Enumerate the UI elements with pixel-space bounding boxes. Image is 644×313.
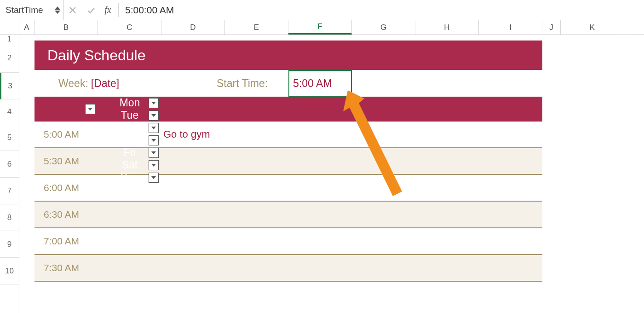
confirm-formula-button[interactable]: [82, 6, 100, 15]
formula-bar-value[interactable]: 5:00:00 AM: [119, 5, 174, 16]
row-header-3[interactable]: 3: [0, 73, 19, 99]
schedule-cell[interactable]: [479, 202, 542, 227]
schedule-cell[interactable]: [225, 122, 288, 147]
schedule-cell[interactable]: [352, 122, 415, 147]
name-box[interactable]: StartTime: [0, 0, 63, 20]
schedule-cell[interactable]: [415, 228, 479, 254]
row-header-7[interactable]: 7: [0, 178, 19, 204]
schedule-cell[interactable]: [288, 255, 352, 281]
column-header-e[interactable]: E: [225, 20, 288, 35]
name-box-value: StartTime: [6, 5, 43, 15]
schedule-cell[interactable]: Go to gym: [161, 122, 225, 147]
schedule-cell[interactable]: [479, 122, 542, 147]
schedule-cell[interactable]: [225, 202, 288, 227]
schedule-cell[interactable]: [352, 148, 415, 174]
column-header-k[interactable]: K: [561, 20, 624, 35]
schedule-title: Daily Schedule: [34, 41, 542, 70]
schedule-cell[interactable]: [161, 175, 225, 201]
row-header-10[interactable]: 10: [0, 258, 19, 284]
schedule-cell[interactable]: [225, 148, 288, 174]
filter-button-sun[interactable]: [149, 173, 159, 183]
column-header-row: ABCDEFGHIJKL: [0, 20, 644, 35]
timeslot-label: 6:30 AM: [34, 202, 98, 227]
filter-button-tue[interactable]: [149, 110, 159, 121]
column-header-i[interactable]: I: [479, 20, 542, 35]
schedule-cell[interactable]: [161, 202, 225, 227]
day-header-label: Mon: [120, 97, 140, 109]
week-label: Week:: [58, 77, 88, 90]
week-value[interactable]: [Date]: [88, 77, 119, 90]
row-header-5[interactable]: 5: [0, 124, 19, 151]
column-header-l[interactable]: L: [624, 20, 644, 35]
schedule-cell[interactable]: [288, 148, 352, 174]
schedule-cell[interactable]: [288, 228, 352, 254]
chevron-up-icon[interactable]: [55, 6, 60, 10]
select-all-corner[interactable]: [0, 20, 19, 35]
schedule-cell[interactable]: [415, 202, 479, 227]
schedule-cell[interactable]: [352, 202, 415, 227]
schedule-cell[interactable]: [479, 175, 542, 201]
schedule-cell[interactable]: [415, 175, 479, 201]
schedule-cell[interactable]: [479, 255, 542, 281]
chevron-down-icon: [151, 102, 156, 104]
day-header-sun: Sun: [98, 171, 161, 184]
schedule-cell[interactable]: [161, 255, 225, 281]
schedule-cell[interactable]: [161, 228, 225, 254]
column-header-b[interactable]: B: [34, 20, 98, 35]
schedule-cell[interactable]: [352, 228, 415, 254]
column-header-j[interactable]: J: [542, 20, 561, 35]
schedule-cell[interactable]: [288, 122, 352, 147]
row-header-2[interactable]: 2: [0, 43, 19, 73]
schedule-cell[interactable]: [288, 202, 352, 227]
column-header-c[interactable]: C: [98, 20, 161, 35]
timeslot-label: 5:00 AM: [34, 122, 98, 147]
spreadsheet-grid: 12345678910 Daily Schedule Week: [Date] …: [0, 35, 644, 313]
schedule-cell[interactable]: [225, 228, 288, 254]
schedule-cell[interactable]: [479, 148, 542, 174]
schedule-cell[interactable]: [352, 255, 415, 281]
close-icon: [68, 6, 77, 15]
filter-button-wed[interactable]: [149, 123, 159, 133]
filter-button-mon[interactable]: [149, 98, 159, 108]
cancel-formula-button[interactable]: [63, 6, 82, 15]
schedule-cell[interactable]: [479, 228, 542, 254]
row-header-4[interactable]: 4: [0, 99, 19, 124]
column-header-d[interactable]: D: [161, 20, 225, 35]
chevron-down-icon: [151, 114, 156, 117]
row-header-6[interactable]: 6: [0, 151, 19, 178]
schedule-cell[interactable]: [98, 255, 161, 281]
filter-button-fri[interactable]: [149, 148, 159, 158]
day-header-fri: Fri: [98, 146, 161, 159]
schedule-cell[interactable]: [415, 255, 479, 281]
column-header-a[interactable]: A: [19, 20, 34, 35]
timeslot-label: 7:30 AM: [34, 255, 98, 281]
schedule-cell[interactable]: [415, 122, 479, 147]
schedule-cell[interactable]: [225, 175, 288, 201]
row-header-1[interactable]: 1: [0, 35, 19, 43]
schedule-cell[interactable]: [225, 255, 288, 281]
chevron-down-icon: [151, 151, 156, 154]
schedule-cell[interactable]: [98, 202, 161, 227]
schedule-cell[interactable]: [288, 175, 352, 201]
start-time-cell-selected[interactable]: 5:00 AM: [288, 70, 352, 97]
column-header-g[interactable]: G: [352, 20, 415, 35]
timeslot-label: 5:30 AM: [34, 148, 98, 174]
row-header-8[interactable]: 8: [0, 204, 19, 231]
column-header-f[interactable]: F: [288, 20, 352, 35]
chevron-down-icon[interactable]: [55, 11, 60, 14]
cells-area[interactable]: Daily Schedule Week: [Date] Start Time: …: [19, 35, 644, 313]
schedule-cell[interactable]: [161, 148, 225, 174]
filter-button-sat[interactable]: [149, 160, 159, 170]
chevron-down-icon: [151, 139, 156, 142]
schedule-cell[interactable]: [98, 228, 161, 254]
row-header-column: 12345678910: [0, 35, 19, 313]
column-header-h[interactable]: H: [415, 20, 479, 35]
schedule-cell[interactable]: [352, 175, 415, 201]
day-header-thu: Thu: [98, 134, 161, 146]
fx-button[interactable]: fx: [100, 3, 119, 17]
filter-button-thu[interactable]: [149, 135, 159, 145]
filter-button-time[interactable]: [85, 104, 95, 114]
schedule-cell[interactable]: [415, 148, 479, 174]
name-box-stepper[interactable]: [55, 6, 60, 14]
row-header-9[interactable]: 9: [0, 231, 19, 258]
